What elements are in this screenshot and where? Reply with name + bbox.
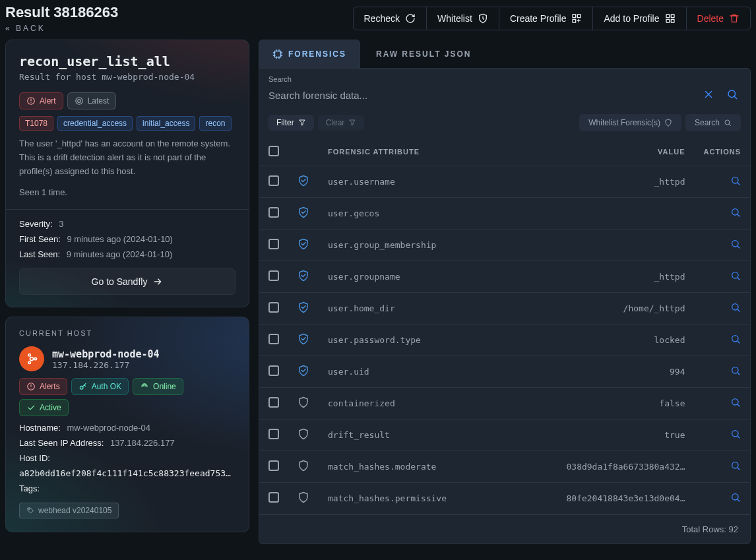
last-ip-label: Last Seen IP Address: bbox=[19, 438, 104, 448]
page-title: Result 38186263 bbox=[5, 4, 118, 21]
result-tag[interactable]: credential_access bbox=[57, 116, 133, 131]
add-to-profile-button[interactable]: Add to Profile bbox=[593, 7, 686, 30]
shield-clock-icon bbox=[478, 13, 488, 24]
clear-search-button[interactable] bbox=[700, 86, 717, 105]
result-tag[interactable]: T1078 bbox=[19, 116, 53, 131]
row-checkbox[interactable] bbox=[268, 460, 279, 471]
row-checkbox[interactable] bbox=[268, 365, 279, 376]
active-chip: Active bbox=[19, 399, 69, 416]
forensic-value: _httpd bbox=[507, 166, 695, 198]
shield-icon bbox=[298, 400, 309, 410]
result-tag[interactable]: initial_access bbox=[137, 116, 195, 131]
clear-button[interactable]: Clear bbox=[318, 115, 365, 131]
table-search-button[interactable]: Search bbox=[685, 114, 741, 131]
recheck-button[interactable]: Recheck bbox=[354, 7, 427, 30]
forensic-attribute: user.group_membership bbox=[319, 230, 507, 261]
back-link[interactable]: « BACK bbox=[5, 24, 46, 33]
table-row: user.gecos bbox=[259, 198, 750, 230]
row-search-action[interactable] bbox=[730, 273, 741, 283]
host-tag: webhead v20240105 bbox=[19, 503, 119, 518]
svg-rect-2 bbox=[573, 19, 576, 22]
go-to-sandfly-button[interactable]: Go to Sandfly bbox=[19, 268, 236, 295]
latest-chip: Latest bbox=[67, 92, 117, 109]
last-seen-label: Last Seen: bbox=[19, 249, 60, 259]
row-checkbox[interactable] bbox=[268, 175, 279, 186]
row-search-action[interactable] bbox=[730, 336, 741, 346]
row-checkbox[interactable] bbox=[268, 239, 279, 249]
filter-button[interactable]: Filter bbox=[268, 115, 314, 131]
host-card: CURRENT HOST mw-webprod-node-04 137.184.… bbox=[5, 317, 249, 532]
row-search-action[interactable] bbox=[730, 495, 741, 505]
svg-point-16 bbox=[29, 509, 30, 510]
row-search-action[interactable] bbox=[730, 400, 741, 410]
create-profile-label: Create Profile bbox=[510, 13, 567, 24]
tab-forensics[interactable]: FORENSICS bbox=[259, 40, 360, 68]
row-checkbox[interactable] bbox=[268, 397, 279, 408]
forensic-value: /home/_httpd bbox=[507, 293, 695, 325]
hostname-value: mw-webprod-node-04 bbox=[67, 423, 150, 433]
search-button[interactable] bbox=[724, 86, 741, 105]
alert-icon bbox=[26, 382, 36, 391]
whitelist-button[interactable]: Whitelist bbox=[427, 7, 499, 30]
total-rows-label: Total Rows: bbox=[682, 524, 726, 534]
create-profile-button[interactable]: Create Profile bbox=[499, 7, 594, 30]
trash-icon bbox=[729, 13, 740, 24]
svg-point-10 bbox=[30, 358, 34, 361]
col-value[interactable]: VALUE bbox=[507, 138, 695, 166]
tag-icon bbox=[26, 507, 34, 514]
delete-button[interactable]: Delete bbox=[687, 7, 750, 30]
row-checkbox[interactable] bbox=[268, 429, 279, 439]
shield-icon bbox=[298, 464, 309, 474]
last-seen-value: 9 minutes ago (2024-01-10) bbox=[67, 249, 172, 259]
result-tag[interactable]: recon bbox=[199, 116, 231, 131]
first-seen-label: First Seen: bbox=[19, 234, 61, 244]
col-actions: ACTIONS bbox=[695, 138, 751, 166]
whitelist-forensics-button[interactable]: Whitelist Forensic(s) bbox=[579, 114, 681, 131]
svg-rect-5 bbox=[666, 19, 670, 22]
filter-button-label: Filter bbox=[276, 118, 294, 127]
row-search-action[interactable] bbox=[730, 241, 741, 251]
row-checkbox[interactable] bbox=[268, 492, 279, 503]
host-eyebrow: CURRENT HOST bbox=[19, 329, 236, 337]
forensic-attribute: user.gecos bbox=[319, 198, 507, 230]
recheck-label: Recheck bbox=[364, 13, 400, 24]
svg-rect-1 bbox=[578, 15, 581, 18]
forensic-attribute: user.uid bbox=[319, 356, 507, 388]
result-subtitle: Result for host mw-webprod-node-04 bbox=[19, 72, 236, 82]
row-checkbox[interactable] bbox=[268, 334, 279, 344]
row-search-action[interactable] bbox=[730, 210, 741, 220]
shield-icon bbox=[298, 495, 309, 505]
forensic-value bbox=[507, 198, 695, 230]
row-search-action[interactable] bbox=[730, 431, 741, 441]
svg-rect-17 bbox=[274, 51, 280, 57]
forensic-attribute: match_hashes.permissive bbox=[319, 483, 507, 514]
row-search-action[interactable] bbox=[730, 178, 741, 188]
result-card: recon_user_list_all Result for host mw-w… bbox=[5, 40, 249, 307]
header-checkbox[interactable] bbox=[268, 146, 279, 156]
close-icon bbox=[703, 88, 714, 100]
col-shield bbox=[288, 138, 319, 166]
row-search-action[interactable] bbox=[730, 463, 741, 473]
table-row: user.group_membership bbox=[259, 230, 750, 261]
check-icon bbox=[26, 403, 36, 412]
table-row: containerizedfalse bbox=[259, 388, 750, 420]
severity-value: 3 bbox=[59, 219, 63, 229]
result-name: recon_user_list_all bbox=[19, 53, 236, 69]
search-input[interactable] bbox=[268, 87, 693, 104]
table-row: user.password.typelocked bbox=[259, 325, 750, 356]
host-id-value: a82b0dd16ef208f4c111f141c5c88323feead753… bbox=[19, 468, 236, 478]
auth-ok-chip: Auth OK bbox=[71, 378, 129, 395]
signal-icon bbox=[140, 382, 149, 391]
alert-circle-icon bbox=[26, 96, 36, 106]
row-checkbox[interactable] bbox=[268, 270, 279, 281]
row-checkbox[interactable] bbox=[268, 207, 279, 218]
row-search-action[interactable] bbox=[730, 368, 741, 378]
total-rows-value: 92 bbox=[729, 524, 738, 534]
delete-label: Delete bbox=[697, 13, 724, 24]
table-row: match_hashes.permissive80fe20418843e3e13… bbox=[259, 483, 750, 514]
row-search-action[interactable] bbox=[730, 305, 741, 315]
tab-raw-json[interactable]: RAW RESULT JSON bbox=[363, 40, 484, 68]
col-forensic-attribute[interactable]: FORENSIC ATTRIBUTE bbox=[319, 138, 507, 166]
go-to-sandfly-label: Go to Sandfly bbox=[92, 276, 148, 287]
row-checkbox[interactable] bbox=[268, 302, 279, 313]
